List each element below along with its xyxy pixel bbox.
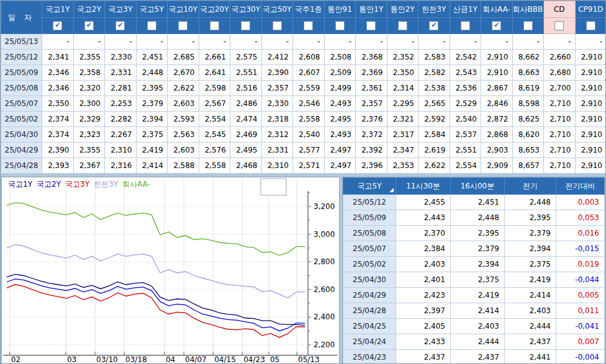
yield-value-cell: 2,323 — [73, 127, 105, 143]
yield-value-cell: 2,347 — [387, 143, 418, 158]
column-header-ktb50y[interactable]: 국고50Y — [261, 1, 293, 18]
column-checkbox-corp-aa[interactable]: ✔ — [492, 21, 501, 30]
column-header-ktb2y[interactable]: 국고2Y — [73, 1, 105, 18]
yield-value-cell: 2,367 — [73, 158, 105, 174]
x-tick-label: 03/18 — [125, 355, 147, 363]
checkbox-cell-ktb30y — [230, 18, 262, 34]
date-cell[interactable]: 25/05/02 — [343, 257, 396, 272]
column-checkbox-ktb20y[interactable] — [210, 21, 219, 30]
x-tick-label: 03 — [67, 355, 76, 363]
date-cell[interactable]: 25/05/12 — [1, 50, 42, 65]
intraday-header-4[interactable]: 전기대비 — [556, 178, 605, 195]
intraday-row: 25/05/022,4032,3942,3750,019 — [343, 257, 605, 272]
date-cell[interactable]: 25/05/09 — [343, 210, 396, 226]
date-cell[interactable]: 25/05/07 — [1, 96, 42, 112]
date-cell[interactable]: 25/05/13 — [1, 34, 42, 50]
time1600-cell: 2,419 — [451, 288, 505, 303]
column-checkbox-cp91d[interactable] — [586, 21, 595, 30]
prev-cell: 2,403 — [505, 303, 556, 319]
column-header-corp-bbb[interactable]: 회사BBB- — [512, 1, 544, 18]
change-cell: 0,003 — [556, 195, 605, 210]
date-cell[interactable]: 25/05/08 — [1, 81, 42, 96]
column-checkbox-ktb30y[interactable] — [241, 21, 250, 30]
yield-value-cell: 2,545 — [199, 127, 230, 143]
time1130-cell: 2,401 — [396, 272, 451, 288]
ktb5y-intraday-table: 국고5Y11시30분16시00분전기전기대비25/05/122,4552,451… — [343, 177, 605, 364]
date-cell[interactable]: 25/05/08 — [343, 226, 396, 241]
column-checkbox-ktb2y[interactable]: ✔ — [84, 21, 94, 30]
column-checkbox-msb91[interactable] — [335, 21, 345, 30]
date-cell[interactable]: 25/05/09 — [1, 65, 42, 81]
change-cell: 0,005 — [556, 288, 605, 303]
intraday-header-1[interactable]: 11시30분 — [396, 178, 451, 195]
time1600-cell: 2,379 — [451, 241, 505, 257]
yield-value-cell: 2,910 — [575, 158, 606, 174]
column-header-msb2y[interactable]: 통안2Y — [387, 1, 418, 18]
column-checkbox-cd[interactable] — [554, 21, 564, 30]
column-header-cp91d[interactable]: CP91D — [575, 1, 606, 18]
column-header-msb1y[interactable]: 통안1Y — [356, 1, 387, 18]
yield-value-cell: 2,710 — [544, 143, 576, 158]
column-header-ktb1y[interactable]: 국고1Y — [42, 1, 74, 18]
date-cell[interactable]: 25/05/12 — [343, 195, 396, 210]
yield-value-cell: 2,352 — [387, 50, 418, 65]
column-checkbox-kdb1y[interactable] — [461, 21, 470, 30]
date-column-header[interactable]: 일 자 — [1, 1, 42, 34]
intraday-header-0[interactable]: 국고5Y — [343, 178, 396, 195]
yield-value-cell: - — [481, 34, 513, 50]
yield-value-cell: 2,495 — [324, 112, 356, 127]
column-header-ktb10y[interactable]: 국고10Y — [168, 1, 199, 18]
column-checkbox-ktb50y[interactable] — [273, 21, 282, 30]
date-cell[interactable]: 25/04/30 — [1, 127, 42, 143]
yield-value-cell: 2,469 — [230, 127, 262, 143]
column-checkbox-ktb5y[interactable] — [147, 21, 156, 30]
intraday-row: 25/04/252,4052,4032,444-0,041 — [343, 319, 605, 334]
date-cell[interactable]: 25/04/28 — [343, 303, 396, 319]
series-line-ktb-3y — [7, 285, 305, 337]
legend-item-ktb-2y: 국고2Y — [37, 180, 61, 189]
yield-value-cell: 2,368 — [356, 50, 387, 65]
intraday-header-2[interactable]: 16시00분 — [451, 178, 505, 195]
date-cell[interactable]: 25/04/29 — [343, 288, 396, 303]
column-checkbox-ktb3y[interactable]: ✔ — [115, 21, 125, 30]
date-cell[interactable]: 25/04/23 — [343, 350, 396, 364]
column-header-ktb30y[interactable]: 국고30Y — [230, 1, 262, 18]
column-header-ktb20y[interactable]: 국고20Y — [199, 1, 230, 18]
yield-value-cell: - — [418, 34, 450, 50]
column-header-nhb1[interactable]: 국주1종 — [293, 1, 325, 18]
yield-value-cell: 2,493 — [324, 127, 356, 143]
intraday-header-3[interactable]: 전기 — [505, 178, 556, 195]
date-cell[interactable]: 25/04/25 — [343, 319, 396, 334]
column-checkbox-ktb1y[interactable]: ✔ — [53, 21, 62, 30]
column-checkbox-nhb1[interactable] — [304, 21, 313, 30]
column-header-kepco3y[interactable]: 한전3Y — [418, 1, 450, 18]
column-checkbox-kepco3y[interactable]: ✔ — [429, 21, 438, 30]
date-cell[interactable]: 25/04/29 — [1, 143, 42, 158]
y-tick-label: 2,200 — [314, 340, 335, 349]
time1600-cell: 2,403 — [451, 319, 505, 334]
date-cell[interactable]: 25/04/24 — [343, 334, 396, 350]
date-cell[interactable]: 25/04/28 — [1, 158, 42, 174]
column-header-msb91[interactable]: 통안91 — [324, 1, 356, 18]
date-cell[interactable]: 25/04/30 — [343, 272, 396, 288]
column-header-cd[interactable]: CD — [544, 1, 576, 18]
column-checkbox-msb2y[interactable] — [398, 21, 407, 30]
x-tick-label: 02 — [11, 355, 20, 363]
yield-value-cell: - — [324, 34, 356, 50]
yield-value-cell: 2,583 — [418, 50, 450, 65]
yield-value-cell: 2,558 — [293, 112, 325, 127]
date-cell[interactable]: 25/05/07 — [343, 241, 396, 257]
column-header-corp-aa[interactable]: 회사AA- — [481, 1, 513, 18]
date-cell[interactable]: 25/05/02 — [1, 112, 42, 127]
column-header-ktb5y[interactable]: 국고5Y — [136, 1, 168, 18]
yield-value-cell: 2,710 — [544, 112, 576, 127]
intraday-row: 25/05/122,4552,4512,4480,003 — [343, 195, 605, 210]
yield-value-cell: - — [136, 34, 168, 50]
column-header-kdb1y[interactable]: 산금1Y — [450, 1, 481, 18]
column-header-ktb3y[interactable]: 국고3Y — [105, 1, 137, 18]
column-checkbox-ktb10y[interactable] — [178, 21, 188, 30]
column-checkbox-corp-bbb[interactable] — [523, 21, 533, 30]
checkbox-cell-kdb1y — [450, 18, 481, 34]
yield-value-cell: - — [73, 34, 105, 50]
column-checkbox-msb1y[interactable] — [366, 21, 376, 30]
